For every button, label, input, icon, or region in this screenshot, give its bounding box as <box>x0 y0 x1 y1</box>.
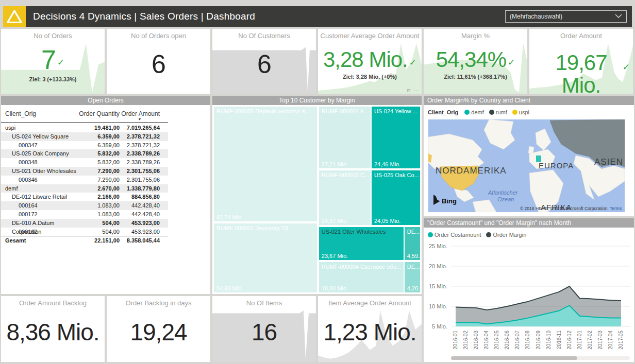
chart-scrollbar-thumb[interactable] <box>451 356 577 360</box>
cell-quantity: 19.481,00 <box>78 124 120 132</box>
treemap-tile-label: DE... <box>405 227 420 235</box>
table-row-000172[interactable]: 0001721.083,00442.428,40 <box>1 210 168 219</box>
table-row-us-021-otter-wholesales[interactable]: US-021 Otter Wholesales7.290,002.301.755… <box>1 167 168 176</box>
treemap-tile-rumf-000001-k[interactable]: RUMF-000001 K...27,21 Mio. <box>319 106 371 169</box>
svg-text:10 Mio.: 10 Mio. <box>429 303 447 309</box>
cell-client: 000164 <box>1 201 78 210</box>
cell-client: 000162 <box>1 228 78 236</box>
cell-amount: 8.358.045,44 <box>120 236 160 245</box>
cell-quantity: 1.083,00 <box>78 210 120 219</box>
column-header-quantity[interactable]: Order Quantity <box>78 110 120 122</box>
legend-dot-icon <box>489 110 494 115</box>
table-row-gesamt[interactable]: Gesamt22.151,008.358.045,44 <box>1 236 168 245</box>
treemap-tile-value: 4,59... <box>407 253 421 259</box>
kpi-tile-customer-average-order-amount[interactable]: Customer Average Order Amount3,28 Mio.✓Z… <box>318 29 422 94</box>
bing-label[interactable]: Bing <box>442 197 457 205</box>
treemap-tile-de[interactable]: DE...4,20... <box>404 262 421 293</box>
cell-quantity: 504,00 <box>78 219 120 228</box>
kpi-row-top: No of Orders7✓Ziel: 3 (+133.33%)No of Or… <box>1 29 633 94</box>
treemap-tile-rumf-000005[interactable]: RUMF-000005 Первый институт в...92,74 Mi… <box>213 106 318 222</box>
treemap-tile-de[interactable]: DE...4,59... <box>404 227 421 261</box>
svg-text:2017-03: 2017-03 <box>597 331 603 350</box>
open-orders-body: uspi19.481,007.019.265,64US-024 Yellow S… <box>1 124 210 245</box>
cell-amount: 2.301.755,06 <box>120 176 160 184</box>
treemap-tile-us-024-yellow[interactable]: US-024 Yellow ...24,46 Mio. <box>371 106 421 169</box>
goal-met-check-icon: ✓ <box>508 57 515 68</box>
table-row-us-025-oak-company[interactable]: US-025 Oak Company5.832,002.338.789,26 <box>1 149 168 158</box>
bing-map[interactable]: NORDAMERIKA EUROPA ASIEN AFRIKA Atlantis… <box>428 119 625 212</box>
table-row-uspi[interactable]: uspi19.481,007.019.265,64 <box>1 124 168 132</box>
svg-text:2016-08: 2016-08 <box>525 331 530 350</box>
kpi-tile-item-average-order-amount[interactable]: Item Average Order Amount1,23 Mio. <box>318 296 422 362</box>
kpi-tile-no-of-items[interactable]: No Of Items16 <box>212 296 316 362</box>
cell-quantity: 5.832,00 <box>78 149 120 158</box>
kpi-tile-order-amount[interactable]: Order Amount19,67 Mio.✓ <box>529 29 633 94</box>
map-label-ocean-1: Atlantischer <box>488 189 519 196</box>
kpi-tile-margin[interactable]: Margin %54,34%✓Ziel: 11,61% (+368.17%) <box>424 29 527 94</box>
table-row-000162[interactable]: 000162504,00453.923,00 <box>1 228 168 236</box>
svg-text:2016-03: 2016-03 <box>473 331 479 350</box>
treemap-tile-value: 24,37 Mio. <box>322 218 348 224</box>
svg-text:2017-01: 2017-01 <box>577 331 582 350</box>
sort-descending-icon: ▼ <box>120 117 160 122</box>
treemap-tile-rumf-000003-c[interactable]: RUMF-000003 C...24,37 Mio. <box>319 170 371 226</box>
kpi-row-bottom: Order Amount Backlog8,36 Mio.Order Backl… <box>1 296 422 362</box>
month-chart-panel: "Order Costamount" und "Order Margin" na… <box>424 218 634 362</box>
cell-amount: 7.019.265,64 <box>120 124 160 132</box>
multiselect-dropdown[interactable]: (Mehrfachauswahl) <box>505 10 627 23</box>
treemap-tile-label: RUMF-000001 K... <box>319 107 371 114</box>
kpi-target: Ziel: 3,28 Mio. (+0%) <box>343 74 397 80</box>
chart-scrollbar-track[interactable] <box>451 356 630 360</box>
cell-quantity: 2.670,00 <box>78 184 120 193</box>
treemap-tile-rumf-000004[interactable]: RUMF-000004 Световое обо...18,80 Mio. <box>319 262 404 293</box>
legend-item-demf[interactable]: demf <box>464 109 483 115</box>
kpi-tile-no-of-orders[interactable]: No of Orders7✓Ziel: 3 (+133.33%) <box>1 29 105 94</box>
legend-item-label: uspi <box>519 109 529 115</box>
dropdown-value: (Mehrfachauswahl) <box>510 13 562 20</box>
table-row-000164[interactable]: 0001641.083,00442.428,40 <box>1 201 168 210</box>
legend-item-uspi[interactable]: uspi <box>512 109 529 115</box>
kpi-value: 6 <box>257 51 271 77</box>
table-row-000348[interactable]: 0003485.832,002.338.789,26 <box>1 158 168 167</box>
treemap-tile-label: US-021 Otter Wholesales <box>319 227 404 235</box>
open-orders-title: Open Orders <box>1 96 210 105</box>
table-row-de-010-a-datum-corporation[interactable]: DE-010 A.Datum Corporation504,00453.923,… <box>1 219 168 228</box>
tile-options-icons[interactable]: ⊡ ⋯ <box>407 88 420 93</box>
treemap-tile-label: US-025 Oak Co... <box>372 170 420 178</box>
table-row-de-012-litware-retail[interactable]: DE-012 Litware Retail2.166,00884.856,80 <box>1 193 168 201</box>
treemap-tile-label: RUMF-000005 Первый институт в... <box>214 107 317 114</box>
column-header-amount[interactable]: Order Amount ▼ <box>120 110 160 122</box>
cell-quantity: 7.290,00 <box>78 176 120 184</box>
treemap-plot: RUMF-000005 Первый институт в...92,74 Mi… <box>213 106 421 293</box>
table-header[interactable]: Client_Orig Order Quantity Order Amount … <box>1 110 168 123</box>
kpi-tile-no-of-orders-open[interactable]: No of Orders open6 <box>107 29 210 94</box>
table-row-us-024-yellow-square[interactable]: US-024 Yellow Square6.359,002.378.721,32 <box>1 132 168 141</box>
kpi-tile-order-backlog-in-days[interactable]: Order Backlog in days19,24 <box>107 296 210 362</box>
svg-text:2016-04: 2016-04 <box>483 331 489 350</box>
treemap-tile-value: 27,21 Mio. <box>322 161 348 167</box>
treemap-tile-label: DE... <box>405 262 420 270</box>
svg-text:2016-02: 2016-02 <box>463 331 469 350</box>
table-row-000347[interactable]: 0003476.359,002.378.721,32 <box>1 141 168 150</box>
legend-dot-icon <box>464 110 470 115</box>
treemap-tile-us-021-otter-wholesales[interactable]: US-021 Otter Wholesales23,67 Mio. <box>319 227 404 261</box>
treemap-tile-rumf-000002[interactable]: RUMF-000002 Звукоряд ТД54,90 Mio. <box>213 223 318 293</box>
kpi-tile-no-of-customers[interactable]: No Of Customers6 <box>212 29 316 94</box>
map-label-ocean-2: Ozean <box>497 196 514 202</box>
kpi-value: 54,34% <box>436 49 506 71</box>
column-header-client[interactable]: Client_Orig <box>1 110 78 122</box>
table-row-demf[interactable]: demf2.670,001.338.779,80 <box>1 184 168 193</box>
cell-client: uspi <box>1 124 78 132</box>
map-terms-link[interactable]: Terms <box>610 206 622 211</box>
legend-item-rumf[interactable]: rumf <box>489 109 507 115</box>
cell-quantity: 1.083,00 <box>78 201 120 210</box>
treemap-tile-value: 4,20... <box>407 285 421 291</box>
treemap-tile-us-025-oak-co[interactable]: US-025 Oak Co...24,05 Mio. <box>371 170 421 226</box>
svg-text:15 Mio.: 15 Mio. <box>429 283 447 289</box>
kpi-value: 16 <box>252 320 277 344</box>
kpi-tile-order-amount-backlog[interactable]: Order Amount Backlog8,36 Mio. <box>1 296 105 362</box>
company-logo-icon <box>3 6 26 27</box>
table-row-000346[interactable]: 0003467.290,002.301.755,06 <box>1 176 168 184</box>
legend-dot-icon <box>512 110 517 115</box>
legend-item-label: rumf <box>496 109 507 115</box>
